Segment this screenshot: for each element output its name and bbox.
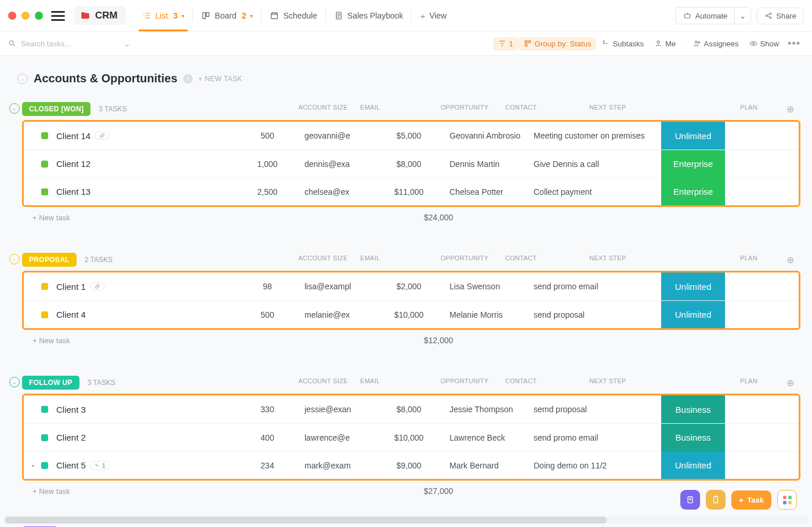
cell-account-size[interactable]: 98: [230, 282, 304, 291]
search-input[interactable]: [21, 39, 108, 48]
share-button[interactable]: Share: [757, 8, 804, 24]
view-list[interactable]: List 3 ▾: [134, 0, 193, 31]
cell-opportunity[interactable]: $8,000: [368, 159, 449, 169]
table-row[interactable]: Client 3 330 jessie@exan $8,000 Jessie T…: [24, 395, 799, 423]
cell-plan[interactable]: Unlimited: [661, 272, 725, 300]
status-square[interactable]: [41, 406, 48, 413]
status-chip[interactable]: CLOSED [WON]: [22, 102, 90, 116]
task-name[interactable]: Client 1: [56, 282, 230, 292]
cell-opportunity[interactable]: $9,000: [368, 461, 449, 470]
cell-contact[interactable]: Mark Bernard: [449, 461, 534, 470]
group-collapse[interactable]: ⌄: [9, 377, 20, 387]
cell-contact[interactable]: Geovanni Ambrosio: [449, 131, 534, 140]
close-window[interactable]: [8, 12, 16, 20]
cell-contact[interactable]: Lawrence Beck: [449, 433, 534, 442]
assignees-button[interactable]: Assignees: [688, 37, 744, 50]
cell-plan[interactable]: Unlimited: [661, 452, 725, 479]
search-dropdown[interactable]: ⌄: [124, 39, 130, 48]
group-collapse[interactable]: ⌄: [9, 103, 20, 114]
cell-opportunity[interactable]: $2,000: [368, 282, 449, 291]
notepad-button[interactable]: [680, 490, 700, 510]
new-task-row[interactable]: + New task: [32, 336, 70, 345]
cell-contact[interactable]: Dennis Martin: [449, 159, 534, 169]
cell-next-step[interactable]: Collect payment: [534, 187, 661, 197]
task-name[interactable]: Client 12: [56, 159, 230, 169]
col-next-step[interactable]: NEXT STEP: [589, 104, 717, 115]
col-email[interactable]: EMAIL: [360, 377, 424, 388]
status-chip[interactable]: FOLLOW UP: [22, 376, 79, 390]
cell-email[interactable]: mark@exam: [304, 461, 368, 470]
cell-account-size[interactable]: 400: [230, 433, 304, 442]
col-opportunity[interactable]: OPPORTUNITY: [424, 104, 505, 115]
cell-plan[interactable]: Business: [661, 424, 725, 452]
table-row[interactable]: ▸ Client 51 234 mark@exam $9,000 Mark Be…: [24, 451, 799, 479]
cell-contact[interactable]: Melanie Morris: [449, 310, 534, 319]
cell-account-size[interactable]: 330: [230, 405, 304, 414]
status-square[interactable]: [41, 311, 48, 318]
cell-next-step[interactable]: Meeting customer on premises: [534, 131, 661, 140]
automate-main[interactable]: Automate: [676, 8, 735, 24]
col-plan[interactable]: PLAN: [717, 377, 781, 388]
horizontal-scrollbar[interactable]: [5, 517, 807, 524]
me-button[interactable]: Me: [649, 37, 681, 50]
status-square[interactable]: [41, 434, 48, 441]
table-row[interactable]: Client 1 98 lisa@exampl $2,000 Lisa Swen…: [24, 272, 799, 300]
col-email[interactable]: EMAIL: [360, 104, 424, 115]
col-email[interactable]: EMAIL: [360, 255, 424, 266]
cell-opportunity[interactable]: $8,000: [368, 405, 449, 414]
group-collapse[interactable]: ⌄: [9, 254, 20, 264]
cell-next-step[interactable]: semd proposal: [534, 405, 661, 414]
cell-next-step[interactable]: send promo email: [534, 282, 661, 291]
more-menu[interactable]: •••: [784, 38, 804, 50]
cell-account-size[interactable]: 234: [230, 461, 304, 470]
cell-account-size[interactable]: 2,500: [230, 187, 304, 197]
cell-email[interactable]: chelsea@ex: [304, 187, 368, 197]
groupby-button[interactable]: Group by: Status: [519, 37, 597, 50]
col-opportunity[interactable]: OPPORTUNITY: [424, 377, 505, 388]
cell-next-step[interactable]: Doing demo on 11/2: [534, 461, 661, 470]
table-row[interactable]: Client 2 400 lawrence@e $10,000 Lawrence…: [24, 423, 799, 451]
folder-chip[interactable]: CRM: [74, 6, 126, 25]
table-row[interactable]: Client 12 1,000 dennis@exa $8,000 Dennis…: [24, 150, 799, 177]
cell-contact[interactable]: Chelsea Potter: [449, 187, 534, 197]
col-contact[interactable]: CONTACT: [505, 255, 589, 266]
cell-email[interactable]: dennis@exa: [304, 159, 368, 169]
apps-button[interactable]: [777, 490, 797, 510]
col-next-step[interactable]: NEXT STEP: [589, 255, 717, 266]
info-icon[interactable]: i: [183, 74, 193, 83]
task-name[interactable]: Client 3: [56, 405, 230, 415]
status-chip[interactable]: PROPOSAL: [22, 253, 77, 267]
task-name[interactable]: Client 2: [56, 432, 230, 442]
link-badge[interactable]: [90, 282, 104, 290]
col-opportunity[interactable]: OPPORTUNITY: [424, 255, 505, 266]
new-task-header[interactable]: + NEW TASK: [198, 75, 242, 83]
cell-opportunity[interactable]: $11,000: [368, 187, 449, 197]
table-row[interactable]: Client 14 500 geovanni@e $5,000 Geovanni…: [24, 122, 799, 150]
filter-button[interactable]: 1: [493, 37, 519, 50]
view-playbook[interactable]: Sales Playbook: [326, 0, 412, 31]
col-contact[interactable]: CONTACT: [505, 104, 589, 115]
status-square[interactable]: [41, 462, 48, 469]
add-column[interactable]: ⊕: [781, 255, 800, 266]
task-name[interactable]: Client 51: [56, 460, 230, 470]
add-column[interactable]: ⊕: [781, 377, 800, 388]
cell-plan[interactable]: Unlimited: [661, 122, 725, 150]
collapse-list[interactable]: ⌄: [17, 74, 28, 84]
new-task-row[interactable]: + New task: [32, 213, 70, 222]
col-contact[interactable]: CONTACT: [505, 377, 589, 388]
add-view[interactable]: + View: [412, 0, 455, 31]
expand-row[interactable]: ▸: [32, 462, 39, 468]
task-name[interactable]: Client 14: [56, 131, 230, 141]
cell-opportunity[interactable]: $10,000: [368, 310, 449, 319]
status-square[interactable]: [41, 188, 48, 195]
automate-dropdown[interactable]: ⌄: [734, 8, 751, 24]
cell-plan[interactable]: Unlimited: [661, 301, 725, 329]
table-row[interactable]: Client 4 500 melanie@ex $10,000 Melanie …: [24, 300, 799, 328]
col-account-size[interactable]: ACCOUNT SIZE: [286, 255, 360, 266]
col-next-step[interactable]: NEXT STEP: [589, 377, 717, 388]
status-square[interactable]: [41, 132, 48, 139]
cell-email[interactable]: melanie@ex: [304, 310, 368, 319]
cell-email[interactable]: jessie@exan: [304, 405, 368, 414]
subtasks-button[interactable]: Subtasks: [596, 37, 648, 50]
cell-email[interactable]: lisa@exampl: [304, 282, 368, 291]
